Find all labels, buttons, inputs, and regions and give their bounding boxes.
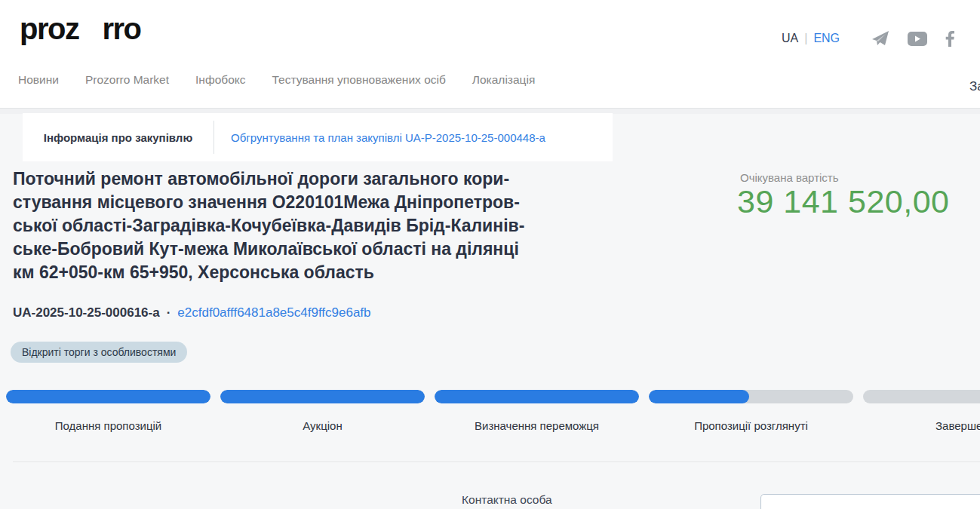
stage-completed: Завершено	[863, 390, 980, 432]
stage-bid-submission: Подання пропозицій	[6, 390, 210, 432]
prozorro-logo[interactable]: proz rro	[20, 12, 141, 46]
youtube-icon[interactable]	[908, 32, 927, 46]
main-nav: Новини Prozorro Market Інфобокс Тестуван…	[18, 73, 535, 87]
lang-separator: |	[804, 32, 807, 45]
stage-bar	[6, 390, 210, 403]
stage-auction: Аукціон	[220, 390, 425, 432]
ukraine-flag-icon	[81, 23, 100, 39]
stage-label: Пропозиції розглянуті	[694, 419, 808, 432]
tender-hash-link[interactable]: e2cfdf0afff6481a8e5c4f9ffc9e6afb	[177, 305, 370, 320]
language-switcher: UA | ENG	[782, 32, 840, 45]
tab-tender-info[interactable]: Інформація про закупівлю	[23, 113, 214, 161]
expected-value-label: Очікувана вартість	[740, 171, 839, 184]
nav-item-localization[interactable]: Локалізація	[472, 73, 535, 87]
tender-meta: UA-2025-10-25-000616-a · e2cfdf0afff6481…	[13, 305, 371, 320]
stage-winner-determination: Визначення переможця	[435, 390, 639, 432]
nav-right-link-truncated[interactable]: За	[969, 79, 980, 94]
nav-item-prozorro-market[interactable]: Prozorro Market	[85, 73, 169, 87]
tender-title: Поточний ремонт автомобільної дороги заг…	[13, 167, 609, 284]
nav-item-news[interactable]: Новини	[18, 73, 59, 87]
social-links	[871, 30, 954, 47]
stage-bar	[649, 390, 853, 403]
stage-bar-fill	[649, 390, 749, 403]
stage-label: Завершено	[935, 419, 980, 432]
nav-item-testing[interactable]: Тестування уповноважених осіб	[272, 73, 446, 87]
stage-bar	[435, 390, 639, 403]
stage-bids-considered: Пропозиції розглянуті	[649, 390, 853, 432]
contact-person-label: Контактна особа	[462, 493, 552, 507]
procedure-type-badge: Відкриті торги з особливостями	[11, 342, 187, 363]
stage-bar	[220, 390, 425, 403]
logo-text-left: proz	[20, 12, 78, 46]
telegram-icon[interactable]	[871, 30, 889, 47]
page-body: Інформація про закупівлю Обгрунтування т…	[0, 108, 980, 509]
tender-tabbar: Інформація про закупівлю Обгрунтування т…	[23, 113, 613, 161]
stage-bar-fill	[6, 390, 210, 403]
tender-id: UA-2025-10-25-000616-a	[13, 305, 160, 320]
tender-stage-progress: Подання пропозицій Аукціон Визначення пе…	[6, 390, 980, 432]
logo-text-right: rro	[102, 12, 140, 46]
stage-bar-fill	[435, 390, 639, 403]
site-header: proz rro UA | ENG Новини Prozorro	[0, 0, 980, 108]
stage-label: Аукціон	[303, 419, 342, 432]
expected-value-amount: 39 141 520,00	[737, 183, 950, 220]
lang-eng[interactable]: ENG	[813, 32, 840, 45]
stage-bar-fill	[220, 390, 425, 403]
stage-label: Визначення переможця	[475, 419, 599, 432]
stage-label: Подання пропозицій	[55, 419, 161, 432]
facebook-icon[interactable]	[945, 31, 954, 47]
contact-person-card	[760, 494, 980, 509]
section-divider	[13, 461, 980, 462]
nav-item-infobox[interactable]: Інфобокс	[195, 73, 245, 87]
meta-separator: ·	[167, 305, 171, 320]
stage-bar	[863, 390, 980, 403]
lang-ua[interactable]: UA	[782, 32, 798, 45]
tab-plan-link[interactable]: Обгрунтування та план закупівлі UA-P-202…	[214, 113, 545, 161]
